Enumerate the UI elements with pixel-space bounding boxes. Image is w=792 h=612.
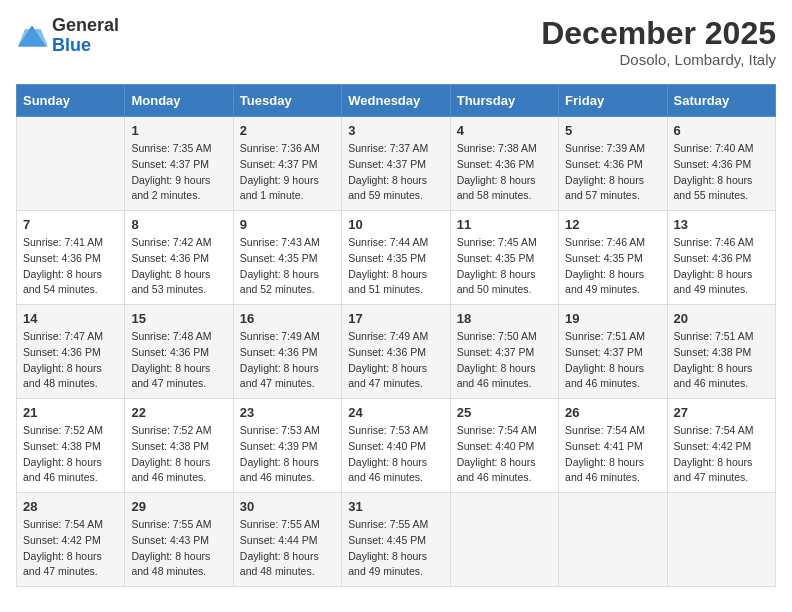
week-row-5: 28Sunrise: 7:54 AMSunset: 4:42 PMDayligh…: [17, 493, 776, 587]
day-info: Sunrise: 7:55 AMSunset: 4:43 PMDaylight:…: [131, 517, 226, 580]
day-info: Sunrise: 7:43 AMSunset: 4:35 PMDaylight:…: [240, 235, 335, 298]
calendar-cell: 31Sunrise: 7:55 AMSunset: 4:45 PMDayligh…: [342, 493, 450, 587]
calendar-cell: [450, 493, 558, 587]
calendar-cell: 12Sunrise: 7:46 AMSunset: 4:35 PMDayligh…: [559, 211, 667, 305]
day-number: 18: [457, 311, 552, 326]
calendar-cell: 7Sunrise: 7:41 AMSunset: 4:36 PMDaylight…: [17, 211, 125, 305]
day-info: Sunrise: 7:52 AMSunset: 4:38 PMDaylight:…: [131, 423, 226, 486]
calendar-cell: [667, 493, 775, 587]
calendar-cell: 20Sunrise: 7:51 AMSunset: 4:38 PMDayligh…: [667, 305, 775, 399]
day-info: Sunrise: 7:45 AMSunset: 4:35 PMDaylight:…: [457, 235, 552, 298]
calendar-body: 1Sunrise: 7:35 AMSunset: 4:37 PMDaylight…: [17, 117, 776, 587]
day-number: 24: [348, 405, 443, 420]
calendar-cell: 11Sunrise: 7:45 AMSunset: 4:35 PMDayligh…: [450, 211, 558, 305]
calendar-cell: 2Sunrise: 7:36 AMSunset: 4:37 PMDaylight…: [233, 117, 341, 211]
calendar-cell: [17, 117, 125, 211]
calendar-cell: 24Sunrise: 7:53 AMSunset: 4:40 PMDayligh…: [342, 399, 450, 493]
logo-icon: [16, 22, 48, 50]
header-row: SundayMondayTuesdayWednesdayThursdayFrid…: [17, 85, 776, 117]
header-cell-thursday: Thursday: [450, 85, 558, 117]
calendar-cell: 3Sunrise: 7:37 AMSunset: 4:37 PMDaylight…: [342, 117, 450, 211]
calendar-cell: 13Sunrise: 7:46 AMSunset: 4:36 PMDayligh…: [667, 211, 775, 305]
day-number: 5: [565, 123, 660, 138]
calendar-cell: 25Sunrise: 7:54 AMSunset: 4:40 PMDayligh…: [450, 399, 558, 493]
day-info: Sunrise: 7:49 AMSunset: 4:36 PMDaylight:…: [348, 329, 443, 392]
page-header: General Blue December 2025 Dosolo, Lomba…: [16, 16, 776, 68]
day-number: 3: [348, 123, 443, 138]
day-info: Sunrise: 7:42 AMSunset: 4:36 PMDaylight:…: [131, 235, 226, 298]
calendar-cell: 21Sunrise: 7:52 AMSunset: 4:38 PMDayligh…: [17, 399, 125, 493]
calendar-cell: 8Sunrise: 7:42 AMSunset: 4:36 PMDaylight…: [125, 211, 233, 305]
header-cell-saturday: Saturday: [667, 85, 775, 117]
day-info: Sunrise: 7:37 AMSunset: 4:37 PMDaylight:…: [348, 141, 443, 204]
week-row-3: 14Sunrise: 7:47 AMSunset: 4:36 PMDayligh…: [17, 305, 776, 399]
header-cell-sunday: Sunday: [17, 85, 125, 117]
logo: General Blue: [16, 16, 119, 56]
week-row-2: 7Sunrise: 7:41 AMSunset: 4:36 PMDaylight…: [17, 211, 776, 305]
day-info: Sunrise: 7:46 AMSunset: 4:36 PMDaylight:…: [674, 235, 769, 298]
day-number: 7: [23, 217, 118, 232]
day-number: 9: [240, 217, 335, 232]
day-info: Sunrise: 7:39 AMSunset: 4:36 PMDaylight:…: [565, 141, 660, 204]
day-info: Sunrise: 7:48 AMSunset: 4:36 PMDaylight:…: [131, 329, 226, 392]
calendar-cell: 19Sunrise: 7:51 AMSunset: 4:37 PMDayligh…: [559, 305, 667, 399]
day-number: 30: [240, 499, 335, 514]
week-row-4: 21Sunrise: 7:52 AMSunset: 4:38 PMDayligh…: [17, 399, 776, 493]
calendar-cell: 26Sunrise: 7:54 AMSunset: 4:41 PMDayligh…: [559, 399, 667, 493]
day-info: Sunrise: 7:41 AMSunset: 4:36 PMDaylight:…: [23, 235, 118, 298]
day-number: 13: [674, 217, 769, 232]
day-number: 4: [457, 123, 552, 138]
day-info: Sunrise: 7:35 AMSunset: 4:37 PMDaylight:…: [131, 141, 226, 204]
calendar-cell: 1Sunrise: 7:35 AMSunset: 4:37 PMDaylight…: [125, 117, 233, 211]
logo-general-text: General: [52, 15, 119, 35]
day-number: 10: [348, 217, 443, 232]
day-number: 20: [674, 311, 769, 326]
day-info: Sunrise: 7:53 AMSunset: 4:40 PMDaylight:…: [348, 423, 443, 486]
calendar-cell: 18Sunrise: 7:50 AMSunset: 4:37 PMDayligh…: [450, 305, 558, 399]
day-number: 28: [23, 499, 118, 514]
calendar-cell: 5Sunrise: 7:39 AMSunset: 4:36 PMDaylight…: [559, 117, 667, 211]
day-number: 12: [565, 217, 660, 232]
day-number: 1: [131, 123, 226, 138]
week-row-1: 1Sunrise: 7:35 AMSunset: 4:37 PMDaylight…: [17, 117, 776, 211]
day-number: 29: [131, 499, 226, 514]
day-info: Sunrise: 7:38 AMSunset: 4:36 PMDaylight:…: [457, 141, 552, 204]
calendar-cell: 15Sunrise: 7:48 AMSunset: 4:36 PMDayligh…: [125, 305, 233, 399]
day-info: Sunrise: 7:36 AMSunset: 4:37 PMDaylight:…: [240, 141, 335, 204]
day-number: 31: [348, 499, 443, 514]
calendar-cell: 30Sunrise: 7:55 AMSunset: 4:44 PMDayligh…: [233, 493, 341, 587]
title-block: December 2025 Dosolo, Lombardy, Italy: [541, 16, 776, 68]
day-number: 15: [131, 311, 226, 326]
calendar-table: SundayMondayTuesdayWednesdayThursdayFrid…: [16, 84, 776, 587]
day-number: 8: [131, 217, 226, 232]
calendar-cell: 22Sunrise: 7:52 AMSunset: 4:38 PMDayligh…: [125, 399, 233, 493]
header-cell-wednesday: Wednesday: [342, 85, 450, 117]
day-info: Sunrise: 7:54 AMSunset: 4:41 PMDaylight:…: [565, 423, 660, 486]
day-info: Sunrise: 7:52 AMSunset: 4:38 PMDaylight:…: [23, 423, 118, 486]
calendar-cell: 14Sunrise: 7:47 AMSunset: 4:36 PMDayligh…: [17, 305, 125, 399]
month-title: December 2025: [541, 16, 776, 51]
day-number: 26: [565, 405, 660, 420]
header-cell-friday: Friday: [559, 85, 667, 117]
calendar-cell: 23Sunrise: 7:53 AMSunset: 4:39 PMDayligh…: [233, 399, 341, 493]
calendar-cell: 29Sunrise: 7:55 AMSunset: 4:43 PMDayligh…: [125, 493, 233, 587]
location-text: Dosolo, Lombardy, Italy: [541, 51, 776, 68]
svg-marker-1: [18, 29, 48, 47]
day-number: 19: [565, 311, 660, 326]
day-info: Sunrise: 7:44 AMSunset: 4:35 PMDaylight:…: [348, 235, 443, 298]
day-number: 22: [131, 405, 226, 420]
calendar-header: SundayMondayTuesdayWednesdayThursdayFrid…: [17, 85, 776, 117]
day-number: 27: [674, 405, 769, 420]
day-number: 25: [457, 405, 552, 420]
calendar-cell: 10Sunrise: 7:44 AMSunset: 4:35 PMDayligh…: [342, 211, 450, 305]
calendar-cell: [559, 493, 667, 587]
day-info: Sunrise: 7:51 AMSunset: 4:38 PMDaylight:…: [674, 329, 769, 392]
day-number: 11: [457, 217, 552, 232]
calendar-cell: 17Sunrise: 7:49 AMSunset: 4:36 PMDayligh…: [342, 305, 450, 399]
day-info: Sunrise: 7:55 AMSunset: 4:44 PMDaylight:…: [240, 517, 335, 580]
header-cell-monday: Monday: [125, 85, 233, 117]
day-number: 2: [240, 123, 335, 138]
calendar-cell: 6Sunrise: 7:40 AMSunset: 4:36 PMDaylight…: [667, 117, 775, 211]
header-cell-tuesday: Tuesday: [233, 85, 341, 117]
calendar-cell: 16Sunrise: 7:49 AMSunset: 4:36 PMDayligh…: [233, 305, 341, 399]
